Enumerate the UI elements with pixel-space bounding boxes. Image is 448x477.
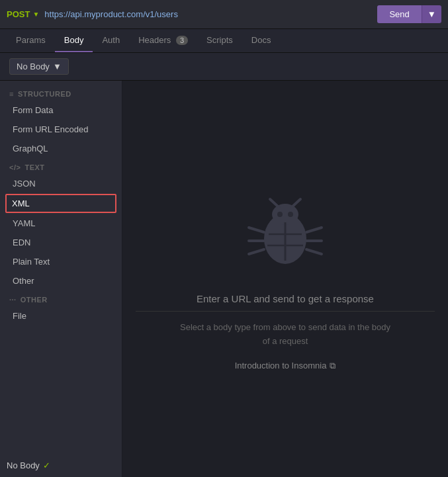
body-type-label: No Body <box>17 62 50 71</box>
svg-line-6 <box>249 228 264 232</box>
text-code-icon: </> <box>9 163 21 171</box>
sidebar-section-other: ··· OTHER <box>0 290 122 306</box>
empty-state-description: Select a body type from above to send da… <box>179 321 391 349</box>
body-type-chevron-icon: ▼ <box>53 62 62 71</box>
sidebar-item-form-url-encoded[interactable]: Form URL Encoded <box>0 120 122 139</box>
tab-body[interactable]: Body <box>55 29 93 52</box>
tab-scripts[interactable]: Scripts <box>197 29 242 52</box>
structured-label: STRUCTURED <box>18 90 71 98</box>
sidebar-item-edn[interactable]: EDN <box>0 233 122 252</box>
other-label: OTHER <box>21 296 48 304</box>
body-type-row: No Body ▼ <box>0 53 448 81</box>
sidebar: ≡ STRUCTURED Form Data Form URL Encoded … <box>0 81 122 477</box>
footer-no-body-label: No Body <box>7 460 40 470</box>
method-chevron-icon: ▼ <box>32 11 39 18</box>
text-label: TEXT <box>24 163 44 171</box>
method-label: POST <box>7 9 30 19</box>
svg-line-9 <box>306 228 322 232</box>
other-icon: ··· <box>9 296 17 304</box>
tab-docs[interactable]: Docs <box>242 29 281 52</box>
svg-line-11 <box>306 249 322 254</box>
svg-line-3 <box>292 199 300 207</box>
tab-headers[interactable]: Headers 3 <box>129 29 197 52</box>
sidebar-item-form-data[interactable]: Form Data <box>0 101 122 120</box>
sidebar-section-structured: ≡ STRUCTURED <box>0 85 122 101</box>
footer-checkmark-icon: ✓ <box>43 460 50 470</box>
tab-auth[interactable]: Auth <box>93 29 129 52</box>
send-dropdown-button[interactable]: ▼ <box>422 5 441 23</box>
content-pane: Enter a URL and send to get a response S… <box>122 81 448 477</box>
intro-insomnia-link[interactable]: Introduction to Insomnia ⧉ <box>235 361 336 371</box>
main-area: ≡ STRUCTURED Form Data Form URL Encoded … <box>0 81 448 477</box>
sidebar-item-json[interactable]: JSON <box>0 174 122 193</box>
sidebar-item-xml[interactable]: XML <box>5 194 116 213</box>
svg-line-8 <box>249 249 264 254</box>
sidebar-item-yaml[interactable]: YAML <box>0 214 122 233</box>
sidebar-item-file[interactable]: File <box>0 306 122 325</box>
sidebar-item-plain-text[interactable]: Plain Text <box>0 252 122 271</box>
empty-state-divider <box>136 311 435 312</box>
send-btn-group: Send ▼ <box>377 5 441 23</box>
svg-point-4 <box>277 212 283 217</box>
method-button[interactable]: POST ▼ <box>7 9 39 19</box>
url-bar: POST ▼ Send ▼ <box>0 0 448 29</box>
sidebar-item-graphql[interactable]: GraphQL <box>0 139 122 158</box>
external-link-icon: ⧉ <box>330 361 336 371</box>
bug-icon <box>242 189 328 277</box>
structured-icon: ≡ <box>9 90 14 98</box>
intro-insomnia-label: Introduction to Insomnia <box>235 361 327 370</box>
tab-params[interactable]: Params <box>7 29 55 52</box>
request-tabs: Params Body Auth Headers 3 Scripts Docs <box>0 29 448 53</box>
sidebar-item-other[interactable]: Other <box>0 271 122 290</box>
send-button[interactable]: Send <box>377 5 421 23</box>
sidebar-section-text: </> TEXT <box>0 158 122 174</box>
svg-line-2 <box>270 199 279 207</box>
body-type-button[interactable]: No Body ▼ <box>9 58 69 75</box>
svg-point-1 <box>272 204 298 225</box>
svg-point-5 <box>288 212 293 217</box>
url-input[interactable] <box>44 9 372 19</box>
empty-state-title: Enter a URL and send to get a response <box>197 293 374 304</box>
